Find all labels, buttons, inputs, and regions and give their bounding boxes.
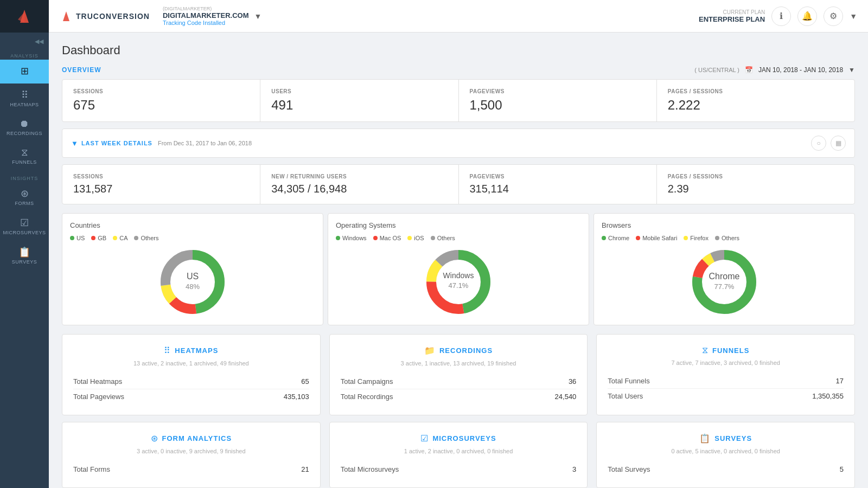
browsers-donut-center-pct: 77.7% <box>714 282 735 291</box>
funnels-stat-1-value: 17 <box>836 377 844 385</box>
form-analytics-stat-1-label: Total Forms <box>73 465 110 473</box>
heatmaps-stat-1-label: Total Heatmaps <box>73 377 122 386</box>
funnels-widget-header: ⧖ FUNNELS <box>608 345 844 355</box>
stat-sessions: SESSIONS 675 <box>62 80 260 121</box>
forms-icon: ⊛ <box>21 188 29 200</box>
legend-gb-dot <box>91 236 95 240</box>
stat-pageviews-label: PAGEVIEWS <box>470 88 646 94</box>
stat-pageviews-value: 1,500 <box>470 98 646 113</box>
sidebar-item-label-forms: FORMS <box>15 201 34 206</box>
legend-os-others-dot <box>431 236 435 240</box>
funnels-icon: ⧖ <box>21 147 28 158</box>
heatmaps-stat-2-value: 435,103 <box>284 393 309 401</box>
funnels-stat-2: Total Users 1,350,355 <box>608 389 844 403</box>
last-week-bar[interactable]: ▼ LAST WEEK DETAILS From Dec 31, 2017 to… <box>62 129 855 158</box>
lw-stat-sessions-value: 131,587 <box>73 183 249 195</box>
dashboard-icon: ⊞ <box>21 65 29 77</box>
bar-view-btn[interactable]: ▦ <box>831 136 846 151</box>
surveys-stat-1-value: 5 <box>840 465 844 473</box>
form-analytics-widget-title: FORM ANALYTICS <box>162 434 232 442</box>
main-stats-row: SESSIONS 675 USERS 491 PAGEVIEWS 1,500 P… <box>62 79 855 122</box>
overview-label: OVERVIEW <box>62 66 101 74</box>
info-btn[interactable]: ℹ <box>771 7 791 26</box>
topbar-right: CURRENT PLAN ENTERPRISE PLAN ℹ 🔔 ⚙ ▼ <box>699 7 857 26</box>
recordings-stat-1-value: 36 <box>569 377 576 386</box>
recordings-stat-2: Total Recordings 24,540 <box>341 389 577 404</box>
funnels-widget-subtitle: 7 active, 7 inactive, 3 archived, 0 fini… <box>608 359 844 366</box>
legend-us-dot <box>70 236 74 240</box>
countries-chart: Countries US GB CA <box>62 213 323 325</box>
legend-windows-dot <box>336 236 340 240</box>
sidebar-item-heatmaps[interactable]: ⠿ HEATMAPS <box>0 84 49 113</box>
form-analytics-widget: ⊛ FORM ANALYTICS 3 active, 0 inactive, 9… <box>62 422 321 488</box>
stat-users-value: 491 <box>271 98 447 113</box>
last-week-info: ▼ LAST WEEK DETAILS From Dec 31, 2017 to… <box>71 139 252 147</box>
legend-windows-label: Windows <box>342 235 367 241</box>
sidebar-item-label-heatmaps: HEATMAPS <box>10 102 39 107</box>
heatmaps-widget-subtitle: 13 active, 2 inactive, 1 archived, 49 fi… <box>73 360 309 367</box>
user-dropdown-btn[interactable]: ▼ <box>850 12 857 21</box>
form-analytics-widget-header: ⊛ FORM ANALYTICS <box>73 433 309 444</box>
heatmaps-widget-icon: ⠿ <box>164 345 170 356</box>
sidebar-item-label-microsurveys: MICRO­SURVEYS <box>3 230 46 235</box>
microsurveys-widget-title: MICROSURVEYS <box>432 434 496 442</box>
date-range-dropdown-btn[interactable]: ▼ <box>848 66 855 74</box>
os-legend: Windows Mac OS iOS Others <box>336 235 581 241</box>
legend-firefox-dot <box>684 236 688 240</box>
topbar-account-name: DIGITALMARKETER.COM <box>163 11 249 20</box>
sidebar-logo <box>0 0 49 33</box>
surveys-widget-header: 📋 SURVEYS <box>608 433 844 444</box>
recordings-widget-icon: 📁 <box>424 345 435 356</box>
legend-ca-label: CA <box>119 235 127 241</box>
circle-view-btn[interactable]: ○ <box>811 136 826 151</box>
stat-sessions-label: SESSIONS <box>73 88 249 94</box>
browsers-donut-center-label: Chrome <box>709 272 740 281</box>
legend-chrome-label: Chrome <box>608 235 629 241</box>
legend-macos: Mac OS <box>373 235 401 241</box>
lw-stat-users: NEW / RETURNING USERS 34,305 / 16,948 <box>260 165 458 204</box>
microsurveys-icon: ☑ <box>20 217 29 229</box>
heatmaps-icon: ⠿ <box>21 89 28 101</box>
sidebar-item-dashboard[interactable]: ⊞ <box>0 60 49 84</box>
legend-chrome: Chrome <box>602 235 629 241</box>
legend-ios-dot <box>407 236 412 240</box>
lw-stat-pageviews-label: PAGEVIEWS <box>470 174 646 179</box>
heatmaps-stat-2-label: Total Pageviews <box>73 393 124 401</box>
recordings-stat-1: Total Campaigns 36 <box>341 374 577 389</box>
sidebar-item-recordings[interactable]: ⏺ RECORDINGS <box>0 113 49 142</box>
stat-sessions-value: 675 <box>73 98 249 113</box>
funnels-widget-title: FUNNELS <box>712 346 749 355</box>
recordings-widget: 📁 RECORDINGS 3 active, 1 inactive, 13 ar… <box>329 334 588 415</box>
sidebar-collapse-btn[interactable]: ◀◀ <box>0 33 49 50</box>
sidebar-item-funnels[interactable]: ⧖ FUNNELS <box>0 142 49 170</box>
topbar-dropdown-btn[interactable]: ▼ <box>252 10 264 23</box>
overview-header: OVERVIEW ( US/CENTRAL ) 📅 JAN 10, 2018 -… <box>62 66 855 74</box>
browsers-donut-container: Chrome 77.7% <box>602 247 847 317</box>
form-analytics-stat-1: Total Forms 21 <box>73 462 309 477</box>
legend-ca-dot <box>113 236 117 240</box>
stat-pages-sessions-label: PAGES / SESSIONS <box>668 88 844 94</box>
funnels-stat-1-label: Total Funnels <box>608 377 649 385</box>
last-week-icons: ○ ▦ <box>811 136 846 151</box>
heatmaps-widget-title: HEATMAPS <box>175 346 218 355</box>
sidebar-item-forms[interactable]: ⊛ FORMS <box>0 182 49 211</box>
stat-pages-sessions: PAGES / SESSIONS 2.222 <box>657 80 854 121</box>
surveys-widget: 📋 SURVEYS 0 active, 5 inactive, 0 archiv… <box>596 422 855 488</box>
legend-mobile-safari-dot <box>636 236 640 240</box>
topbar-tracking-link[interactable]: Tracking Code Installed <box>163 20 249 26</box>
legend-others-dot <box>134 236 138 240</box>
funnels-widget-icon: ⧖ <box>702 345 708 355</box>
legend-macos-dot <box>373 236 378 240</box>
sidebar-item-microsurveys[interactable]: ☑ MICRO­SURVEYS <box>0 211 49 241</box>
settings-btn[interactable]: ⚙ <box>824 7 843 26</box>
topbar-plan-info: CURRENT PLAN ENTERPRISE PLAN <box>699 9 765 23</box>
last-week-date-range: From Dec 31, 2017 to Jan 06, 2018 <box>158 140 252 146</box>
countries-chart-title: Countries <box>70 221 315 229</box>
sidebar: ◀◀ ANALYSIS ⊞ ⠿ HEATMAPS ⏺ RECORDINGS ⧖ … <box>0 0 49 488</box>
topbar-logo-icon <box>60 10 73 23</box>
notifications-btn[interactable]: 🔔 <box>797 7 817 26</box>
legend-browser-others-label: Others <box>722 235 739 241</box>
legend-us-label: US <box>76 235 85 241</box>
sidebar-item-surveys[interactable]: 📋 SURVEYS <box>0 241 49 270</box>
app-logo-icon <box>16 8 33 25</box>
